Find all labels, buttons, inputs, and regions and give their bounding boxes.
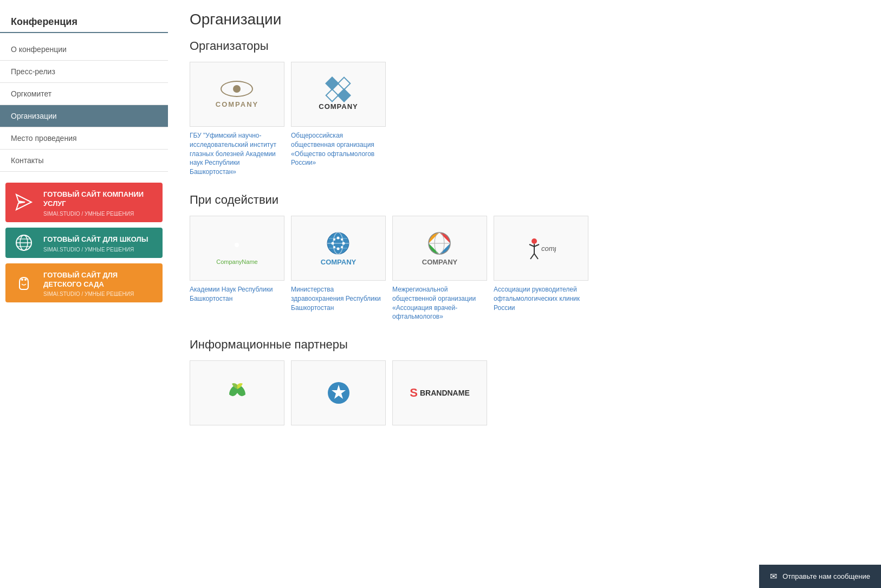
section-title-support: При содействии: [190, 193, 859, 207]
info-partner-card-2[interactable]: [291, 360, 386, 425]
brandname-text: BRANDNAME: [420, 389, 470, 397]
support-card-1[interactable]: CompanyName Академии Наук Республики Баш…: [190, 216, 284, 321]
promo-title-kindergarten: ГОТОВЫЙ САЙТ ДЛЯ ДЕТСКОГО САДА: [43, 271, 155, 289]
svg-point-22: [333, 246, 335, 248]
diamond-logo: COMPANY: [319, 79, 358, 111]
info-partner-card-3[interactable]: S BRANDNAME: [392, 360, 487, 425]
info-partner-logo-1: [190, 360, 284, 425]
eye-logo-text: COMPANY: [216, 100, 258, 108]
svg-line-31: [529, 244, 534, 247]
leafy-text: CompanyName: [216, 259, 257, 265]
page-title: Организации: [190, 11, 859, 28]
svg-line-30: [534, 254, 538, 259]
svg-point-8: [24, 279, 27, 281]
support-card-3[interactable]: COMPANY Межрегиональной общественной орг…: [392, 216, 487, 321]
main-content: Организации Организаторы COMPANY ГБ: [168, 0, 881, 588]
eye-logo: COMPANY: [216, 81, 258, 108]
organizers-grid: COMPANY ГБУ "Уфимский научно-исследовате…: [190, 62, 859, 177]
promo-sub-kindergarten: SIMAI.STUDIO / УМНЫЕ РЕШЕНИЯ: [43, 291, 155, 297]
svg-point-16: [337, 237, 340, 240]
globe-color-text: COMPANY: [422, 258, 457, 266]
svg-point-23: [341, 246, 343, 248]
svg-point-9: [235, 243, 239, 247]
support-name-3: Межрегиональной общественной организации…: [392, 285, 487, 321]
svg-point-19: [342, 242, 345, 245]
section-title-organizers: Организаторы: [190, 39, 859, 53]
support-logo-4: company: [494, 216, 588, 281]
support-card-2[interactable]: COMPANY Министерства здравоохранения Рес…: [291, 216, 386, 321]
info-partners-grid: S BRANDNAME: [190, 360, 859, 425]
diamond-logo-text: COMPANY: [319, 102, 358, 111]
support-logo-1: CompanyName: [190, 216, 284, 281]
support-name-4: Ассоциации руководителей офтальмологичес…: [494, 285, 588, 312]
org-logo-1: COMPANY: [190, 62, 284, 127]
blue-star-svg: [325, 379, 352, 406]
sidebar-item-venue[interactable]: Место проведения: [0, 127, 168, 150]
globe-color-svg: [426, 230, 453, 257]
promo-title-school: ГОТОВЫЙ САЙТ ДЛЯ ШКОЛЫ: [43, 235, 155, 244]
svg-line-29: [530, 254, 534, 259]
support-grid: CompanyName Академии Наук Республики Баш…: [190, 216, 859, 321]
globe-blue-text: COMPANY: [321, 258, 356, 266]
support-logo-2: COMPANY: [291, 216, 386, 281]
svg-text:company: company: [541, 244, 556, 253]
green-leaves-svg: [224, 379, 251, 406]
svg-line-32: [534, 244, 539, 247]
sidebar-item-orgcommittee[interactable]: Оргкомитет: [0, 83, 168, 105]
sidebar-nav: О конференции Пресс-релиз Оргкомитет Орг…: [0, 38, 168, 172]
notification-label: Отправьте нам сообщение: [782, 572, 870, 580]
svg-point-18: [332, 242, 334, 245]
globe-icon: [13, 232, 35, 254]
promo-block-company[interactable]: ГОТОВЫЙ САЙТ КОМПАНИИ УСЛУГ SIMAI.STUDIO…: [5, 183, 163, 222]
support-name-2: Министерства здравоохранения Республики …: [291, 285, 386, 312]
info-partner-logo-3: S BRANDNAME: [392, 360, 487, 425]
org-name-1: ГБУ "Уфимский научно-исследовательский и…: [190, 131, 284, 177]
svg-point-21: [341, 238, 343, 241]
svg-point-17: [337, 248, 340, 250]
support-name-1: Академии Наук Республики Башкортостан: [190, 285, 284, 303]
info-partner-logo-2: [291, 360, 386, 425]
org-logo-2: COMPANY: [291, 62, 386, 127]
support-logo-3: COMPANY: [392, 216, 487, 281]
promo-title-company: ГОТОВЫЙ САЙТ КОМПАНИИ УСЛУГ: [43, 190, 155, 209]
paper-plane-icon: [13, 191, 35, 213]
sidebar-title: Конференция: [0, 11, 168, 33]
sidebar-item-pressrelease[interactable]: Пресс-релиз: [0, 61, 168, 83]
envelope-icon: ✉: [770, 571, 777, 581]
sidebar: Конференция О конференции Пресс-релиз Ор…: [0, 0, 168, 588]
globe-blue-svg: [325, 230, 352, 257]
support-card-4[interactable]: company Ассоциации руководителей офтальм…: [494, 216, 588, 321]
org-card-2[interactable]: COMPANY Общероссийская общественная орга…: [291, 62, 386, 177]
person-logo-svg: company: [526, 235, 556, 262]
org-name-2: Общероссийская общественная организация …: [291, 131, 386, 167]
sidebar-item-contacts[interactable]: Контакты: [0, 150, 168, 172]
leafy-cross-svg: [223, 231, 250, 259]
promo-block-school[interactable]: ГОТОВЫЙ САЙТ ДЛЯ ШКОЛЫ SIMAI.STUDIO / УМ…: [5, 228, 163, 258]
promo-block-kindergarten[interactable]: ГОТОВЫЙ САЙТ ДЛЯ ДЕТСКОГО САДА SIMAI.STU…: [5, 263, 163, 303]
info-partner-card-1[interactable]: [190, 360, 284, 425]
notification-bar[interactable]: ✉ Отправьте нам сообщение: [759, 565, 881, 588]
svg-point-7: [21, 279, 23, 281]
hand-icon: [13, 272, 35, 294]
promo-sub-company: SIMAI.STUDIO / УМНЫЕ РЕШЕНИЯ: [43, 211, 155, 217]
svg-point-20: [333, 238, 335, 241]
sidebar-item-organizations[interactable]: Организации: [0, 105, 168, 127]
svg-point-27: [532, 238, 537, 244]
org-card-1[interactable]: COMPANY ГБУ "Уфимский научно-исследовате…: [190, 62, 284, 177]
sidebar-item-about[interactable]: О конференции: [0, 38, 168, 61]
promo-sub-school: SIMAI.STUDIO / УМНЫЕ РЕШЕНИЯ: [43, 247, 155, 253]
section-title-info-partners: Информационные партнеры: [190, 338, 859, 352]
